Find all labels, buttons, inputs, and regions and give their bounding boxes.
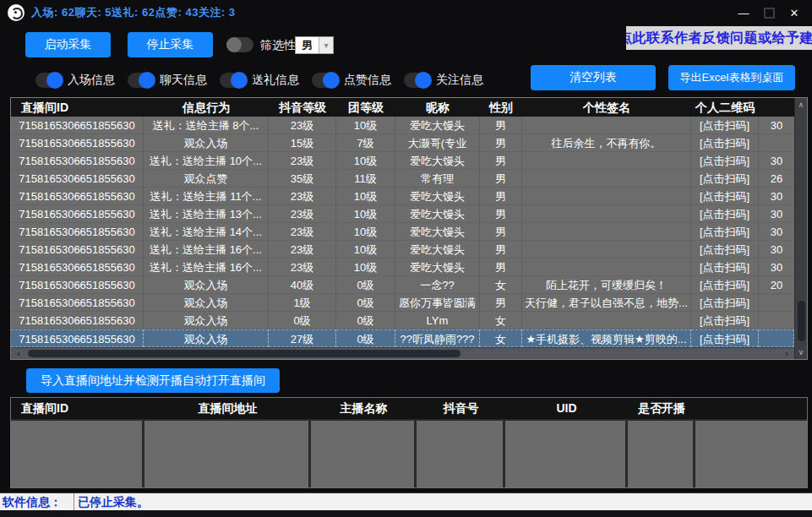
vertical-scroll-thumb[interactable] bbox=[798, 301, 805, 341]
filter-toggle-4[interactable] bbox=[404, 73, 431, 88]
cell-action: 送礼：送给主播 10个... bbox=[144, 152, 269, 170]
cell-gender: 男 bbox=[480, 294, 522, 312]
export-excel-button[interactable]: 导出Excel表格到桌面 bbox=[668, 65, 795, 90]
cell-douyin-level: 23级 bbox=[269, 223, 336, 241]
start-collect-button[interactable]: 启动采集 bbox=[25, 32, 111, 57]
maximize-icon bbox=[764, 8, 775, 19]
table-row[interactable]: 7158165306651855630送礼：送给主播 13个...23级10级爱… bbox=[11, 205, 794, 223]
maximize-button[interactable] bbox=[756, 0, 782, 25]
empty-cell bbox=[695, 421, 807, 487]
cell-extra bbox=[759, 134, 794, 152]
filter-toggles: 入场信息聊天信息送礼信息点赞信息关注信息 bbox=[35, 68, 496, 92]
qr-scan-link[interactable]: [点击扫码] bbox=[691, 258, 759, 276]
qr-scan-link[interactable]: [点击扫码] bbox=[691, 134, 759, 152]
horizontal-scrollbar[interactable]: ‹ › bbox=[11, 347, 794, 359]
cell-extra: 30 bbox=[759, 117, 794, 134]
cell-group-level: 0级 bbox=[336, 294, 395, 312]
scroll-up-icon[interactable]: ∧ bbox=[795, 99, 807, 111]
qr-scan-link[interactable]: [点击扫码] bbox=[691, 170, 759, 188]
qr-scan-link[interactable]: [点击扫码] bbox=[691, 152, 759, 170]
scroll-down-icon[interactable]: ∨ bbox=[795, 346, 807, 358]
gender-select[interactable]: 男 ▾ bbox=[295, 36, 334, 54]
qr-scan-link[interactable]: [点击扫码] bbox=[691, 223, 759, 241]
qr-scan-link[interactable]: [点击扫码] bbox=[691, 188, 759, 205]
cell-signature: 陌上花开，可缓缓归矣！ bbox=[522, 276, 691, 294]
qr-scan-link[interactable]: [点击扫码] bbox=[691, 276, 759, 294]
feedback-notice-text: 点此联系作者反馈问题或给予建议 bbox=[626, 26, 812, 50]
gender-filter-toggle[interactable] bbox=[226, 37, 253, 52]
empty-cell bbox=[505, 421, 628, 487]
cell-nickname: 爱吃大馒头 bbox=[395, 188, 480, 205]
import-rooms-button[interactable]: 导入直播间地址并检测开播自动打开直播间 bbox=[26, 368, 280, 393]
cell-douyin-level: 35级 bbox=[269, 170, 336, 188]
cell-extra: 30 bbox=[759, 152, 794, 170]
cell-room-id: 7158165306651855630 bbox=[11, 276, 144, 294]
table-row[interactable]: 7158165306651855630观众入场1级0级愿你万事皆圆满男天行健，君… bbox=[11, 294, 794, 312]
cell-room-id: 7158165306651855630 bbox=[11, 258, 144, 276]
cell-extra: 30 bbox=[759, 188, 794, 205]
cell-douyin-level: 23级 bbox=[269, 117, 336, 134]
table-row[interactable]: 7158165306651855630观众入场27级0级??听凤静雨???女★手… bbox=[11, 329, 794, 347]
cell-signature bbox=[522, 241, 691, 258]
filter-label: 入场信息 bbox=[68, 73, 115, 88]
feedback-notice[interactable]: 点此联系作者反馈问题或给予建议 bbox=[626, 26, 812, 50]
cell-gender: 女 bbox=[480, 329, 522, 347]
qr-scan-link[interactable]: [点击扫码] bbox=[691, 329, 759, 347]
qr-scan-link[interactable]: [点击扫码] bbox=[691, 205, 759, 223]
cell-group-level: 10级 bbox=[336, 258, 395, 276]
stop-collect-button[interactable]: 停止采集 bbox=[128, 32, 213, 57]
cell-action: 送礼：送给主播 16个... bbox=[144, 258, 269, 276]
filter-item-2: 送礼信息 bbox=[220, 73, 299, 88]
filter-toggle-1[interactable] bbox=[128, 73, 155, 88]
col-douyin-level: 抖音等级 bbox=[269, 98, 336, 117]
main-table-body: 7158165306651855630送礼：送给主播 8个...23级10级爱吃… bbox=[11, 117, 794, 347]
scroll-right-icon[interactable]: › bbox=[781, 348, 793, 359]
filter-toggle-2[interactable] bbox=[220, 73, 247, 88]
cell-signature: 天行健，君子以自强不息，地势... bbox=[522, 294, 691, 312]
table-row[interactable]: 7158165306651855630送礼：送给主播 11个...23级10级爱… bbox=[11, 188, 794, 205]
cell-room-id: 7158165306651855630 bbox=[11, 329, 144, 347]
cell-signature bbox=[522, 188, 691, 205]
filter-toggle-0[interactable] bbox=[35, 73, 63, 88]
cell-action: 送礼：送给主播 8个... bbox=[144, 117, 269, 134]
table-row[interactable]: 7158165306651855630送礼：送给主播 16个...23级10级爱… bbox=[11, 241, 794, 258]
scroll-left-icon[interactable]: ‹ bbox=[13, 348, 25, 359]
close-button[interactable]: ✕ bbox=[782, 0, 807, 25]
qr-scan-link[interactable]: [点击扫码] bbox=[691, 312, 759, 329]
cell-gender: 女 bbox=[480, 312, 522, 329]
cell-room-id: 7158165306651855630 bbox=[11, 223, 144, 241]
chevron-down-icon: ▾ bbox=[319, 37, 333, 53]
cell-nickname: LYm bbox=[395, 312, 480, 329]
filter-toggle-3[interactable] bbox=[312, 73, 339, 88]
cell-group-level: 11级 bbox=[336, 170, 395, 188]
cell-group-level: 7级 bbox=[336, 134, 395, 152]
table-row[interactable]: 7158165306651855630送礼：送给主播 14个...23级10级爱… bbox=[11, 223, 794, 241]
minimize-button[interactable]: — bbox=[731, 0, 756, 25]
qr-scan-link[interactable]: [点击扫码] bbox=[691, 294, 759, 312]
filter-label: 送礼信息 bbox=[252, 73, 299, 88]
col-qrcode: 个人二维码 bbox=[691, 98, 759, 117]
table-row[interactable]: 7158165306651855630观众点赞35级11级常有理男[点击扫码]2… bbox=[11, 170, 794, 188]
rooms-table-body bbox=[11, 419, 807, 487]
table-row[interactable]: 7158165306651855630观众入场0级0级LYm女[点击扫码] bbox=[11, 312, 794, 329]
table-row[interactable]: 7158165306651855630送礼：送给主播 8个...23级10级爱吃… bbox=[11, 117, 794, 134]
qr-scan-link[interactable]: [点击扫码] bbox=[691, 117, 759, 134]
col-group-level: 团等级 bbox=[336, 98, 395, 117]
table-row[interactable]: 7158165306651855630观众入场15级7级大灏哥(专业男往后余生，… bbox=[11, 134, 794, 152]
empty-cell bbox=[311, 421, 417, 487]
horizontal-scroll-thumb[interactable] bbox=[28, 350, 460, 357]
cell-room-id: 7158165306651855630 bbox=[11, 205, 144, 223]
table-row[interactable]: 7158165306651855630观众入场40级0级一念??女陌上花开，可缓… bbox=[11, 276, 794, 294]
clear-list-button[interactable]: 清空列表 bbox=[531, 65, 656, 90]
vertical-scrollbar[interactable]: ∧ ∨ bbox=[794, 98, 807, 359]
cell-room-id: 7158165306651855630 bbox=[11, 170, 144, 188]
qr-scan-link[interactable]: [点击扫码] bbox=[691, 241, 759, 258]
cell-room-id: 7158165306651855630 bbox=[11, 241, 144, 258]
table-row[interactable]: 7158165306651855630送礼：送给主播 16个...23级10级爱… bbox=[11, 258, 794, 276]
cell-nickname: 爱吃大馒头 bbox=[395, 258, 480, 276]
cell-gender: 男 bbox=[480, 188, 522, 205]
cell-group-level: 10级 bbox=[336, 188, 395, 205]
table-row[interactable]: 7158165306651855630送礼：送给主播 10个...23级10级爱… bbox=[11, 152, 794, 170]
col-anchor-name: 主播名称 bbox=[311, 398, 417, 419]
cell-extra bbox=[759, 294, 794, 312]
